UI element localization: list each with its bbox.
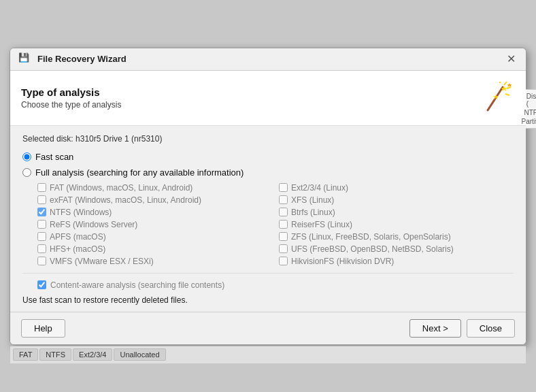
svg-line-0 [488,87,503,110]
fs-apfs-checkbox[interactable] [37,232,46,241]
fs-ntfs[interactable]: NTFS (Windows) [37,208,272,217]
taskbar-ntfs: NTFS [39,348,71,361]
title-bar-left: 💾 File Recovery Wizard [18,52,127,66]
header-section: Type of analysis Choose the type of anal… [10,71,526,126]
content-aware-label: Content-aware analysis (searching file c… [50,280,224,290]
header-text: Type of analysis Choose the type of anal… [21,86,121,110]
fs-xfs-checkbox[interactable] [279,195,288,204]
file-recovery-dialog: 💾 File Recovery Wizard ✕ Type of analysi… [10,48,526,345]
dialog-title: File Recovery Wizard [37,54,127,64]
hint-text: Use fast scan to restore recently delete… [22,295,514,305]
fs-ext[interactable]: Ext2/3/4 (Linux) [279,183,514,193]
side-panel-line1: Disk ( [526,93,536,108]
fs-exfat-checkbox[interactable] [37,195,46,204]
title-bar: 💾 File Recovery Wizard ✕ [10,48,526,71]
fs-vmfs-checkbox[interactable] [37,257,46,265]
divider [22,273,514,274]
fs-zfs-checkbox[interactable] [279,232,288,241]
taskbar: FAT NTFS Ext2/3/4 Unallocated [10,346,526,363]
fs-hfsplus[interactable]: HFS+ (macOS) [37,244,272,254]
app-icon: 💾 [18,52,32,66]
svg-line-1 [504,82,507,85]
fs-ext-checkbox[interactable] [279,183,288,192]
wizard-icon [480,80,515,116]
fs-btrfs-checkbox[interactable] [279,208,288,216]
fs-exfat[interactable]: exFAT (Windows, macOS, Linux, Android) [37,195,272,205]
section-title: Type of analysis [21,86,121,98]
fs-ntfs-checkbox[interactable] [37,208,46,216]
fs-refs-checkbox[interactable] [37,220,46,229]
close-button[interactable]: Close [467,319,515,338]
section-subtitle: Choose the type of analysis [21,100,121,110]
side-panel: Disk ( NTFS Partiti... [526,89,536,129]
taskbar-unallocated: Unallocated [114,348,165,361]
filesystem-grid: FAT (Windows, macOS, Linux, Android) Ext… [37,183,514,266]
fast-scan-label: Fast scan [35,152,73,162]
taskbar-fat: FAT [13,348,38,361]
fs-btrfs[interactable]: Btrfs (Linux) [279,208,514,217]
side-panel-line3: Partiti... [522,118,536,125]
help-button[interactable]: Help [21,319,65,338]
taskbar-ext: Ext2/3/4 [73,348,112,361]
fs-zfs[interactable]: ZFS (Linux, FreeBSD, Solaris, OpenSolari… [279,232,514,242]
fs-hikvision-checkbox[interactable] [279,257,288,265]
fs-ufs-checkbox[interactable] [279,244,288,253]
fast-scan-option[interactable]: Fast scan [22,152,514,162]
fs-reiserfs[interactable]: ReiserFS (Linux) [279,220,514,229]
svg-line-4 [505,94,509,95]
full-analysis-radio[interactable] [22,168,31,177]
next-button[interactable]: Next > [409,319,461,338]
footer-right-buttons: Next > Close [409,319,515,338]
content-aware-checkbox[interactable] [37,280,46,289]
fs-ufs[interactable]: UFS (FreeBSD, OpenBSD, NetBSD, Solaris) [279,244,514,254]
svg-marker-6 [507,83,512,87]
full-analysis-option[interactable]: Full analysis (searching for any availab… [22,167,514,178]
window-close-button[interactable]: ✕ [504,52,518,66]
full-analysis-label: Full analysis (searching for any availab… [35,167,244,178]
footer: Help Next > Close [10,312,526,344]
fs-fat[interactable]: FAT (Windows, macOS, Linux, Android) [37,183,272,193]
svg-line-2 [507,87,511,88]
fs-refs[interactable]: ReFS (Windows Server) [37,220,272,229]
fs-apfs[interactable]: APFS (macOS) [37,232,272,242]
content-aware-option[interactable]: Content-aware analysis (searching file c… [37,280,514,290]
selected-disk-info: Selected disk: h310r5 Drive 1 (nr5310) [22,134,514,144]
fs-vmfs[interactable]: VMFS (VMware ESX / ESXi) [37,257,272,266]
side-panel-line2: NTFS [524,109,536,116]
fs-hfsplus-checkbox[interactable] [37,244,46,253]
content-area: Selected disk: h310r5 Drive 1 (nr5310) F… [10,126,526,312]
fs-hikvision[interactable]: HikvisionFS (Hikvision DVR) [279,257,514,266]
fs-fat-checkbox[interactable] [37,183,46,192]
fast-scan-radio[interactable] [22,152,31,161]
fs-xfs[interactable]: XFS (Linux) [279,195,514,205]
fs-reiserfs-checkbox[interactable] [279,220,288,229]
